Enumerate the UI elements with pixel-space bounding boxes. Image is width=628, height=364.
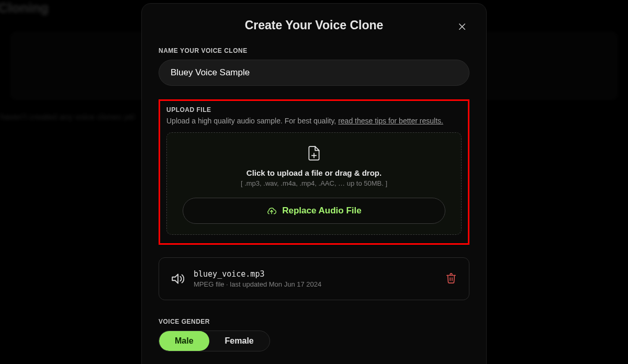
close-button[interactable] [455, 19, 469, 34]
gender-option-male[interactable]: Male [159, 331, 209, 351]
replace-audio-button[interactable]: Replace Audio File [183, 198, 445, 224]
file-info: bluey_voice.mp3 MPEG file · last updated… [194, 269, 435, 288]
trash-icon [445, 272, 457, 284]
voice-clone-name-input[interactable] [159, 60, 469, 86]
file-add-icon [307, 145, 321, 161]
dropzone-title: Click to upload a file or drag & drop. [177, 168, 451, 177]
delete-file-button[interactable] [445, 272, 457, 285]
upload-dropzone[interactable]: Click to upload a file or drag & drop. [… [166, 132, 462, 235]
uploaded-file-card: bluey_voice.mp3 MPEG file · last updated… [159, 257, 469, 300]
name-label: NAME YOUR VOICE CLONE [159, 47, 469, 54]
gender-label: VOICE GENDER [159, 318, 469, 325]
upload-label: UPLOAD FILE [166, 106, 462, 113]
svg-marker-5 [172, 274, 178, 283]
upload-subtext: Upload a high quality audio sample. For … [166, 117, 462, 125]
file-meta: MPEG file · last updated Mon Jun 17 2024 [194, 280, 435, 288]
close-icon [457, 22, 467, 31]
gender-segmented-control: Male Female [159, 331, 270, 351]
replace-audio-label: Replace Audio File [282, 206, 361, 216]
modal-header: Create Your Voice Clone [159, 18, 469, 32]
audio-icon [171, 272, 184, 286]
create-voice-clone-modal: Create Your Voice Clone NAME YOUR VOICE … [141, 3, 487, 364]
upload-section-highlight: UPLOAD FILE Upload a high quality audio … [159, 99, 469, 245]
dropzone-formats: [ .mp3, .wav, .m4a, .mp4, .AAC, … up to … [177, 179, 451, 187]
modal-title: Create Your Voice Clone [245, 18, 384, 32]
gender-option-female[interactable]: Female [209, 331, 270, 351]
upload-subtext-prefix: Upload a high quality audio sample. For … [166, 117, 338, 125]
cloud-upload-icon [266, 206, 277, 216]
upload-tips-link[interactable]: read these tips for better results. [338, 117, 443, 125]
file-name: bluey_voice.mp3 [194, 269, 435, 279]
